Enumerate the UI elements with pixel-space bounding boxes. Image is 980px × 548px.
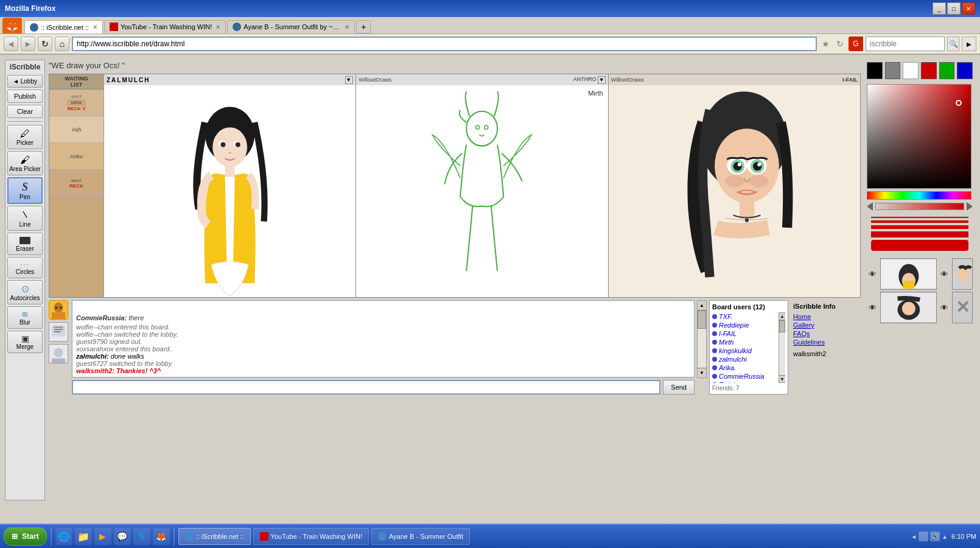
brush-size-3[interactable]: [871, 225, 968, 229]
minimize-button[interactable]: _: [933, 2, 946, 15]
quicklaunch-folder[interactable]: 📁: [75, 528, 92, 545]
forward-button[interactable]: ►: [21, 37, 35, 51]
layer-thumb-1[interactable]: [880, 258, 937, 290]
userlist-scroll-up[interactable]: ▲: [779, 313, 785, 320]
eye-icon-1[interactable]: 👁: [867, 268, 878, 280]
chat-input[interactable]: [72, 380, 660, 395]
info-link-faqs[interactable]: FAQs: [793, 329, 858, 338]
autocircles-tool[interactable]: ⊙ Autocircles: [7, 280, 43, 304]
send-button[interactable]: Send: [663, 380, 695, 395]
panel-2-ctrl[interactable]: ▼: [598, 76, 606, 84]
user-item-reddiepie[interactable]: Reddiepie: [712, 321, 785, 329]
right-triangle[interactable]: [967, 202, 973, 211]
home-button[interactable]: ⌂: [55, 37, 69, 51]
taskbar-item-youtube[interactable]: YouTube - Train Washing WIN!: [253, 528, 369, 545]
scroll-down-btn[interactable]: ▼: [698, 368, 706, 378]
close-button[interactable]: ✕: [962, 2, 975, 15]
blur-tool[interactable]: ≋ Blur: [7, 306, 43, 329]
waiting-slot-4[interactable]: wm2 RECK: [49, 170, 103, 197]
reload-indicator[interactable]: ↻: [834, 37, 846, 51]
chat-scrollbar[interactable]: ▲ ▼: [697, 300, 707, 378]
tab-youtube[interactable]: YouTube - Train Washing WIN! ✕: [104, 20, 226, 33]
swatch-blue[interactable]: [957, 62, 973, 79]
tab-close-youtube[interactable]: ✕: [215, 24, 220, 30]
canvas-panel-1[interactable]: ZALMULCH ▼: [104, 74, 356, 297]
info-link-gallery[interactable]: Gallery: [793, 321, 858, 329]
waiting-slot-2[interactable]: Ash: [49, 116, 103, 143]
brush-size-1[interactable]: [871, 217, 968, 218]
waiting-slot-1[interactable]: wm3 MRA RECK V: [49, 90, 103, 116]
user-item-zalmulchi[interactable]: zalmulchi: [712, 355, 785, 364]
quicklaunch-messenger[interactable]: 💬: [114, 528, 131, 545]
tab-close-iscribble[interactable]: ✕: [93, 24, 97, 30]
quicklaunch-media[interactable]: ▶: [94, 528, 111, 545]
user-item-txf[interactable]: TXF.: [712, 312, 785, 321]
user-item-torisha[interactable]: Torisha: [712, 381, 785, 383]
circles-tool[interactable]: ··· Circles: [7, 257, 43, 278]
drawing-area[interactable]: WAITINGLIST wm3 MRA RECK V Ash Ariko: [49, 74, 861, 298]
tab-iscribble[interactable]: :: iScribble.net :: ✕: [24, 20, 103, 33]
quicklaunch-firefox[interactable]: 🦊: [153, 528, 170, 545]
userlist-scroll-down[interactable]: ▼: [779, 375, 785, 382]
hue-slider[interactable]: [867, 191, 971, 200]
area-picker-tool[interactable]: 🖌 Area Picker: [7, 151, 43, 175]
brush-size-4[interactable]: [871, 231, 968, 237]
user-item-commierussia[interactable]: CommieRussia: [712, 372, 785, 381]
taskbar-item-ayane[interactable]: Ayane B - Summer Outfit: [371, 528, 470, 545]
url-bar[interactable]: [72, 37, 817, 51]
tab-close-ayane[interactable]: ✕: [345, 24, 349, 30]
user-item-kingskulkid[interactable]: kingskulkid: [712, 346, 785, 355]
color-picker-cursor[interactable]: [956, 100, 962, 106]
brush-size-2[interactable]: [871, 220, 968, 223]
publish-button[interactable]: Publish: [7, 90, 43, 103]
panel-1-controls[interactable]: ▼: [345, 76, 353, 84]
user-item-mirth[interactable]: Mirth: [712, 338, 785, 346]
picker-tool[interactable]: 🖊 Picker: [7, 125, 43, 149]
swatch-black[interactable]: [867, 62, 883, 79]
eraser-tool[interactable]: Eraser: [7, 233, 43, 255]
canvas-panel-3[interactable]: WillowtDraws I-FAIL: [609, 74, 860, 297]
layer-thumb-2[interactable]: [880, 292, 937, 323]
layer-mini-thumb-1[interactable]: [952, 258, 973, 290]
quicklaunch-ie[interactable]: 🌐: [55, 528, 72, 545]
swatch-green[interactable]: [939, 62, 955, 79]
eye-icon-2b[interactable]: 👁: [939, 301, 950, 314]
panel-1-ctrl-btn[interactable]: ▼: [345, 76, 353, 84]
canvas-panel-2[interactable]: WillowtDraws ANTHRO ▼ Mirth: [356, 74, 608, 297]
tray-chevron[interactable]: ◄: [911, 533, 917, 540]
bookmark-button[interactable]: ★: [819, 37, 831, 51]
reload-button[interactable]: ↻: [38, 37, 52, 51]
maximize-button[interactable]: □: [947, 2, 961, 15]
scroll-up-btn[interactable]: ▲: [698, 301, 706, 311]
quicklaunch-skype[interactable]: S: [133, 528, 150, 545]
opacity-track[interactable]: [875, 203, 964, 210]
line-tool[interactable]: / Line: [7, 206, 43, 230]
user-item-ifail[interactable]: I-FAIL: [712, 329, 785, 338]
tray-network[interactable]: [919, 532, 928, 541]
user-item-arika[interactable]: Arika.: [712, 364, 785, 372]
brush-size-5[interactable]: [871, 240, 968, 251]
swatch-gray[interactable]: [885, 62, 901, 79]
color-picker[interactable]: [867, 84, 971, 189]
lobby-button[interactable]: ◄ Lobby: [7, 75, 43, 88]
window-controls[interactable]: _ □ ✕: [933, 2, 975, 15]
search-go-button[interactable]: 🔍: [947, 37, 959, 51]
taskbar-item-iscribble[interactable]: :: iScribble.net ::: [178, 528, 251, 545]
clear-button[interactable]: Clear: [7, 105, 43, 118]
waiting-slot-3[interactable]: Ariko: [49, 143, 103, 170]
start-button[interactable]: ⊞ Start: [4, 527, 47, 546]
pen-tool[interactable]: S Pen: [7, 177, 43, 204]
tray-arrow-up[interactable]: ▲: [942, 533, 948, 540]
tray-volume[interactable]: 🔊: [930, 532, 940, 541]
swatch-white[interactable]: [903, 62, 919, 79]
userlist-scrollbar[interactable]: ▲ ▼: [779, 312, 785, 383]
nav-extra-button[interactable]: ▶: [962, 37, 976, 51]
info-link-home[interactable]: Home: [793, 312, 858, 321]
back-button[interactable]: ◄: [4, 37, 18, 51]
waiting-slot-5[interactable]: [49, 197, 103, 297]
swatch-red[interactable]: [921, 62, 937, 79]
scroll-thumb[interactable]: [698, 311, 706, 329]
eye-icon-2[interactable]: 👁: [867, 301, 878, 314]
left-triangle[interactable]: [867, 202, 873, 211]
chat-messages[interactable]: CommieRussia: there wolfie--chan entered…: [72, 300, 695, 378]
